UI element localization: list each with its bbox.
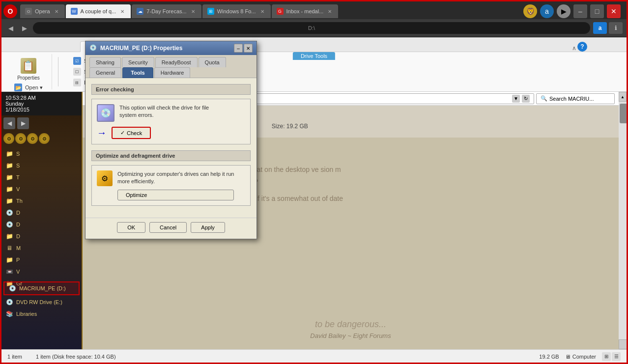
optimize-content: ⚙ Optimizing your computer's drives can …: [91, 165, 251, 206]
dialog-tab-general[interactable]: General: [89, 67, 121, 78]
sidebar-item-d3[interactable]: 📁 D: [1, 230, 82, 242]
tab-opera-close[interactable]: ✕: [53, 8, 60, 15]
opera-logo[interactable]: O: [3, 4, 17, 18]
extension-icon-2[interactable]: a: [540, 4, 554, 18]
dialog-titlebar[interactable]: 💿 MACRIUM_PE (D:) Properties – ✕: [86, 41, 257, 55]
amazon-extension[interactable]: a: [593, 22, 607, 34]
drive-macrium[interactable]: 💿 MACRIUM_PE (D:): [3, 281, 80, 295]
deco-icon-1: ⚙: [3, 133, 14, 144]
optimize-section: Optimize and defragment drive ⚙ Optimizi…: [91, 150, 251, 206]
sidebar-item-d2[interactable]: 💿 D: [1, 219, 82, 230]
help-button[interactable]: ?: [577, 42, 587, 52]
forward-button[interactable]: ▶: [19, 23, 30, 33]
macrium-drive-icon: 💿: [8, 284, 16, 292]
ribbon-sep-1: [58, 57, 58, 86]
deco-icon-2: ⚙: [15, 133, 26, 144]
sidebar-folder-icon-5: 📁: [5, 197, 13, 205]
drive-tools-badge: Drive Tools: [293, 52, 335, 60]
sidebar-item-t[interactable]: 📁 T: [1, 171, 82, 183]
sidebar-forward-btn[interactable]: ▶: [17, 117, 29, 129]
browser-address-bar[interactable]: D:\: [33, 22, 590, 34]
search-bar[interactable]: 🔍 Search MACRIU...: [536, 93, 615, 104]
computer-icon: 🖥: [565, 354, 571, 360]
sidebar-item-th[interactable]: 📁 Th: [1, 195, 82, 207]
sidebar-media-icon: 📼: [5, 268, 13, 276]
tab-forecast-close[interactable]: ✕: [190, 8, 197, 15]
sidebar-folder-icon-7: 📁: [5, 256, 13, 264]
right-scrollbar[interactable]: ▲ ▼: [619, 92, 627, 349]
sidebar-back-btn[interactable]: ◀: [3, 117, 15, 129]
dialog-minimize-btn[interactable]: –: [234, 44, 243, 53]
open-label: Open ▾: [25, 84, 43, 91]
sidebar-item-s2[interactable]: 📁 S: [1, 160, 82, 171]
tab-windows8[interactable]: ⊞ Windows 8 Fo... ✕: [202, 4, 271, 18]
ribbon-collapse-btn[interactable]: ∧: [572, 45, 576, 52]
sidebar-item-s1[interactable]: 📁 S: [1, 148, 82, 160]
error-check-description: This option will check the drive for fil…: [119, 104, 209, 119]
properties-button[interactable]: 📋 Properties: [14, 56, 43, 83]
browser-minimize[interactable]: –: [573, 4, 587, 18]
search-placeholder: Search MACRIU...: [549, 96, 594, 102]
scroll-down-btn[interactable]: ▼: [619, 339, 627, 349]
tab-couple-label: A couple of q...: [81, 8, 116, 14]
check-button[interactable]: ✓ Check: [112, 127, 151, 139]
ok-button[interactable]: OK: [117, 222, 145, 233]
dialog-tab-tools[interactable]: Tools: [122, 67, 153, 78]
sidebar-item-p[interactable]: 📁 P: [1, 254, 82, 266]
properties-dialog[interactable]: 💿 MACRIUM_PE (D:) Properties – ✕ Sharing…: [85, 41, 257, 239]
optimize-button[interactable]: Optimize: [117, 190, 234, 200]
youtube-icon[interactable]: ▶: [557, 4, 571, 18]
dialog-tab-sharing[interactable]: Sharing: [89, 57, 121, 67]
path-dropdown-btn[interactable]: ▼: [512, 95, 520, 103]
sidebar-header: 10:53:28 AM Sunday 1/18/2015: [1, 92, 82, 115]
tab-inbox[interactable]: G Inbox - medal... ✕: [272, 4, 339, 18]
sidebar-item-d1[interactable]: 💿 D: [1, 207, 82, 219]
back-button[interactable]: ◀: [5, 23, 16, 33]
tab-couple-close[interactable]: ✕: [119, 8, 126, 15]
select-all-icon: ☑: [73, 57, 81, 65]
browser-close[interactable]: ✕: [607, 4, 621, 18]
scroll-up-btn[interactable]: ▲: [619, 92, 627, 102]
preview-watermark: to be dangerous...: [315, 319, 386, 330]
sidebar-nav-btns: ◀ ▶: [1, 115, 82, 131]
path-refresh-btn[interactable]: ↻: [522, 95, 530, 103]
select-none-icon: ☐: [73, 68, 81, 76]
sidebar-computer-icon: 🖥: [5, 244, 13, 252]
tab-opera[interactable]: O Opera ✕: [20, 4, 65, 18]
sidebar-item-v[interactable]: 📁 V: [1, 183, 82, 195]
open-button[interactable]: 📂 Open ▾: [11, 83, 46, 92]
tab-forecast[interactable]: ☁ 7-Day Forecas... ✕: [132, 4, 201, 18]
scroll-thumb[interactable]: [620, 104, 627, 123]
tab-windows8-close[interactable]: ✕: [259, 8, 266, 15]
view-grid-btn[interactable]: ⊞: [602, 352, 611, 361]
sidebar-item-m[interactable]: 🖥 M: [1, 242, 82, 254]
apply-button[interactable]: Apply: [191, 222, 225, 233]
dialog-tab-quota[interactable]: Quota: [199, 57, 226, 67]
libraries-item[interactable]: 📚 Libraries: [1, 308, 82, 320]
properties-icon: 📋: [21, 58, 36, 74]
extension-icon-1[interactable]: 🦁: [523, 4, 537, 18]
day-display: Sunday: [5, 101, 78, 107]
date-display: 1/18/2015: [5, 107, 78, 112]
dialog-body: Error checking 💿 This option will check …: [86, 78, 257, 218]
dialog-tab-security[interactable]: Security: [122, 57, 154, 67]
drive-list: 💿 MACRIUM_PE (D:) 💿 DVD RW Drive (E:) 📚 …: [1, 280, 82, 320]
dialog-tab-readyboost[interactable]: ReadyBoost: [155, 57, 198, 67]
drive-dvd[interactable]: 💿 DVD RW Drive (E:): [1, 296, 82, 308]
status-location: Computer: [572, 354, 596, 360]
info-extension[interactable]: ℹ: [609, 22, 623, 34]
view-icons: ⊞ ☰: [602, 352, 621, 361]
error-check-content: 💿 This option will check the drive for f…: [91, 99, 251, 144]
sidebar-item-v2[interactable]: 📼 V: [1, 266, 82, 278]
tab-couple[interactable]: W A couple of q... ✕: [66, 4, 131, 18]
view-list-btn[interactable]: ☰: [612, 352, 621, 361]
check-btn-icon: ✓: [120, 130, 125, 136]
tab-windows8-label: Windows 8 Fo...: [217, 8, 256, 14]
dialog-close-btn[interactable]: ✕: [244, 44, 253, 53]
dialog-tab-hardware[interactable]: Hardware: [154, 67, 191, 78]
dialog-controls: – ✕: [234, 44, 253, 53]
cancel-button[interactable]: Cancel: [149, 222, 187, 233]
browser-maximize[interactable]: □: [590, 4, 604, 18]
deco-icon-4: ⚙: [39, 133, 50, 144]
tab-inbox-close[interactable]: ✕: [326, 8, 333, 15]
